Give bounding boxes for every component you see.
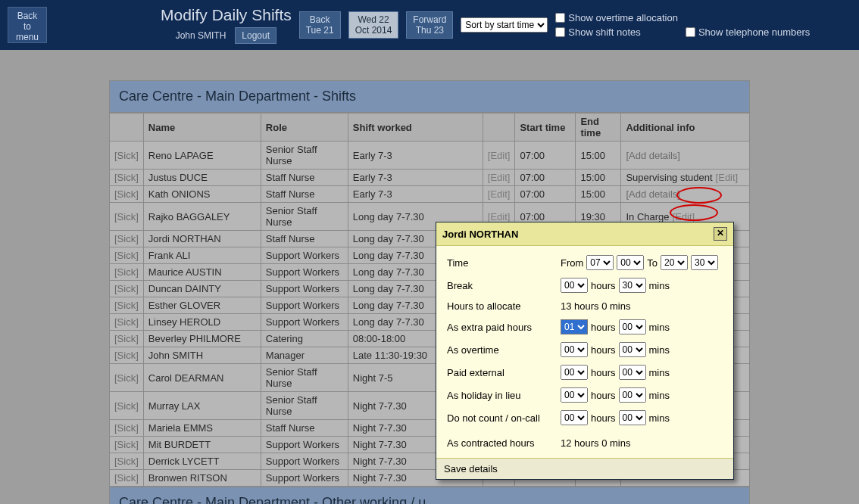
cell-role: Senior Staff Nurse [261,364,348,392]
holiday-min-select[interactable]: 00 [619,387,646,403]
extra-hours-label: As extra paid hours [447,322,561,333]
break-hour-select[interactable]: 00 [561,278,588,293]
edit-link[interactable]: [Edit] [488,188,511,200]
back-day-button[interactable]: Back Tue 21 [299,11,341,39]
table-row: [Sick]Justus DUCEStaff NurseEarly 7-3[Ed… [110,170,750,186]
cell-name: Bronwen RITSON [143,470,261,487]
section-shifts-header: Care Centre - Main Department - Shifts [109,80,750,113]
cell-role: Support Workers [261,470,348,487]
sick-link[interactable]: [Sick] [114,211,139,222]
extra-min-select[interactable]: 00 [619,319,646,334]
col-role: Role [261,114,348,142]
sick-link[interactable]: [Sick] [114,316,139,328]
sick-link[interactable]: [Sick] [114,372,139,384]
save-details-button[interactable]: Save details [436,458,733,479]
edit-info-link[interactable]: [Edit] [673,211,695,222]
sick-link[interactable]: [Sick] [114,439,139,450]
add-details-link[interactable]: [Add details] [626,188,680,200]
sick-link[interactable]: [Sick] [114,350,139,361]
cell-role: Support Workers [261,297,348,314]
donot-min-select[interactable]: 00 [619,410,646,425]
hours-allocate-value: 13 hours 0 mins [561,300,631,312]
sick-link[interactable]: [Sick] [114,150,139,161]
sick-link[interactable]: [Sick] [114,456,139,467]
cell-shift: Early 7-3 [348,170,483,186]
cell-role: Support Workers [261,247,348,264]
edit-link[interactable]: [Edit] [488,172,511,183]
cell-start: 07:00 [515,170,576,186]
cell-name: Reno LAPAGE [143,142,261,170]
time-label: Time [447,257,561,269]
section-other-header: Care Centre - Main Department - Other wo… [109,487,750,504]
to-hour-select[interactable]: 20 [661,255,688,270]
sort-select[interactable]: Sort by start time [461,17,548,33]
to-min-select[interactable]: 30 [691,255,718,270]
sick-link[interactable]: [Sick] [114,172,139,183]
notes-label: Show shift notes [568,26,640,38]
top-bar: Backtomenu Modify Daily Shifts John SMIT… [0,0,859,50]
forward-day-button[interactable]: Forward Thu 23 [406,11,453,39]
sick-link[interactable]: [Sick] [114,188,139,200]
overtime-min-select[interactable]: 00 [619,342,646,357]
sick-link[interactable]: [Sick] [114,300,139,311]
overtime-label: As overtime [447,344,561,356]
hours-allocate-label: Hours to allocate [447,300,561,312]
info-text: In Charge [626,211,669,222]
paid-ext-min-select[interactable]: 00 [619,365,646,380]
cell-start: 07:00 [515,142,576,170]
sick-link[interactable]: [Sick] [114,333,139,344]
donot-count-label: Do not count / on-call [447,412,561,424]
logout-button[interactable]: Logout [235,27,276,44]
edit-info-link[interactable]: [Edit] [716,172,739,183]
sick-link[interactable]: [Sick] [114,233,139,244]
contracted-hours-value: 12 hours 0 mins [561,437,631,449]
cell-role: Senior Staff Nurse [261,203,348,231]
overtime-hour-select[interactable]: 00 [561,342,588,357]
sick-link[interactable]: [Sick] [114,266,139,278]
col-start: Start time [515,114,576,142]
cell-name: Duncan DAINTY [143,281,261,297]
back-day-label: Back [306,14,334,25]
forward-day-date: Thu 23 [413,25,446,36]
telephone-label: Show telephone numbers [698,26,810,38]
telephone-checkbox[interactable] [686,27,695,37]
cell-role: Manager [261,347,348,364]
from-min-select[interactable]: 00 [617,255,644,270]
col-info: Additional info [621,114,750,142]
break-min-select[interactable]: 30 [619,278,646,293]
cell-start: 07:00 [515,186,576,203]
current-date: Wed 22 Oct 2014 [348,11,399,39]
overtime-label: Show overtime allocation [568,12,678,23]
cell-name: John SMITH [143,347,261,364]
cell-name: Rajko BAGGALEY [143,203,261,231]
holiday-hour-select[interactable]: 00 [561,387,588,403]
cell-name: Linsey HEROLD [143,314,261,331]
sick-link[interactable]: [Sick] [114,250,139,261]
edit-link[interactable]: [Edit] [488,211,511,222]
edit-link[interactable]: [Edit] [488,150,511,161]
sick-link[interactable]: [Sick] [114,422,139,434]
back-to-menu-button[interactable]: Backtomenu [8,7,47,43]
cell-name: Carol DEARMAN [143,364,261,392]
cell-name: Derrick LYCETT [143,453,261,470]
cell-name: Justus DUCE [143,170,261,186]
extra-hour-select[interactable]: 01 [561,319,588,334]
overtime-checkbox[interactable] [555,13,565,23]
notes-checkbox[interactable] [555,27,565,37]
from-label: From [561,257,583,269]
from-hour-select[interactable]: 07 [586,255,614,270]
to-label: To [647,257,658,269]
cell-role: Support Workers [261,281,348,297]
add-details-link[interactable]: [Add details] [626,150,680,161]
sick-link[interactable]: [Sick] [114,283,139,294]
cell-name: Beverley PHILMORE [143,331,261,347]
sick-link[interactable]: [Sick] [114,472,139,484]
paid-ext-hour-select[interactable]: 00 [561,365,588,380]
donot-hour-select[interactable]: 00 [561,410,588,425]
col-shift: Shift worked [348,114,483,142]
cell-name: Maurice AUSTIN [143,264,261,281]
close-icon[interactable]: ✕ [714,227,727,241]
cell-role: Staff Nurse [261,420,348,437]
cell-shift: Early 7-3 [348,142,483,170]
sick-link[interactable]: [Sick] [114,400,139,412]
